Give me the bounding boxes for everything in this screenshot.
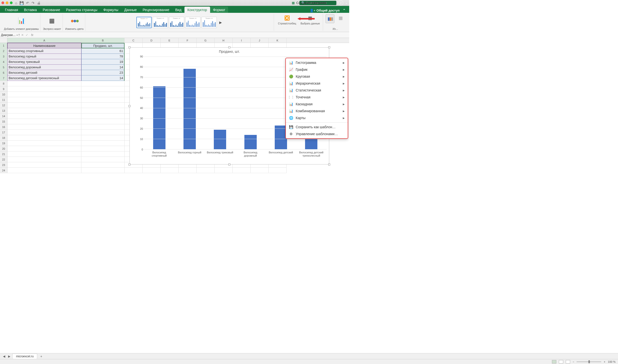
col-header[interactable]: F [179,38,197,43]
row-header[interactable]: 14 [0,113,7,119]
cell[interactable] [81,86,125,92]
fx-label[interactable]: fx [30,33,33,37]
resize-handle[interactable] [228,164,230,165]
cell[interactable] [143,168,161,173]
col-header[interactable]: E [161,38,179,43]
resize-handle[interactable] [128,105,130,107]
ribbon-group-add-element[interactable]: 📊 Добавить элемент диаграммы [2,14,40,31]
cell[interactable] [7,135,81,141]
cell[interactable] [7,162,81,168]
dropdown-item[interactable]: 📊Иерархическая▶ [286,80,348,87]
row-header[interactable]: 17 [0,130,7,135]
row-header[interactable]: 15 [0,119,7,124]
row-header[interactable]: 2 [0,48,7,54]
row-header[interactable]: 11 [0,97,7,103]
tab-формат[interactable]: Формат [210,7,228,13]
cell[interactable] [7,168,81,173]
tab-вставка[interactable]: Вставка [21,7,40,13]
data-cell[interactable]: Велосипед горный [7,54,81,59]
cell[interactable] [161,168,179,173]
name-box[interactable]: Диаграм…▲▼ [0,33,19,37]
chart-style-thumb[interactable]: Продано, шт. [136,17,152,28]
row-header[interactable]: 13 [0,108,7,113]
cell[interactable] [81,108,125,113]
chart-bar[interactable] [244,135,257,149]
data-cell[interactable]: 78 [81,54,125,59]
cell[interactable] [81,92,125,97]
cell[interactable] [81,157,125,162]
switch-row-column-button[interactable]: 🔀 Строка/столбец [276,14,297,25]
data-cell[interactable]: 61 [81,48,125,54]
chart-bar[interactable] [183,69,196,149]
change-chart-type-button[interactable]: ▮▮▮ [326,14,334,23]
cell[interactable] [7,146,81,151]
dropdown-item[interactable]: 🌐Карты▶ [286,114,348,121]
data-cell[interactable]: Наименование [7,43,81,48]
cancel-formula-icon[interactable]: ✕ [21,33,24,37]
resize-handle[interactable] [128,46,130,48]
row-header[interactable]: 21 [0,151,7,157]
ribbon-group-express-layout[interactable]: ▦ Экспресс-макет [41,14,63,31]
chart-title[interactable]: Продано, шт. [130,48,329,55]
resize-handle[interactable] [328,164,330,165]
data-cell[interactable]: Велосипед трековый [7,59,81,65]
row-header[interactable]: 4 [0,59,7,65]
row-header[interactable]: 7 [0,75,7,81]
cell[interactable] [7,157,81,162]
data-cell[interactable]: 14 [81,65,125,70]
row-header[interactable]: 16 [0,124,7,130]
cell[interactable] [179,168,197,173]
row-header[interactable]: 12 [0,103,7,108]
chart-bar[interactable] [214,130,226,149]
cell[interactable] [7,119,81,124]
tab-вид[interactable]: Вид [172,7,184,13]
home-icon[interactable]: ⌂ [15,1,17,5]
cell[interactable] [81,141,125,146]
col-header[interactable]: C [125,38,143,43]
chart-style-thumb[interactable]: Продано, шт. [201,17,217,28]
titlebar-chevron-icon[interactable]: ⌄ [345,1,348,5]
row-header[interactable]: 3 [0,54,7,59]
dropdown-item[interactable]: 💾Сохранить как шаблон… [286,124,348,130]
tab-рисование[interactable]: Рисование [40,7,63,13]
gallery-more-icon[interactable]: ▶ [218,20,223,24]
cell[interactable] [233,168,251,173]
cell[interactable] [251,168,269,173]
data-cell[interactable]: Велосипед спортивный [7,48,81,54]
cell[interactable] [81,151,125,157]
cell[interactable] [81,119,125,124]
col-header[interactable]: G [197,38,215,43]
cell[interactable] [81,124,125,130]
cell[interactable] [7,81,81,86]
resize-handle[interactable] [128,164,130,165]
redo-icon[interactable]: ↷ [32,1,35,5]
row-header[interactable]: 22 [0,157,7,162]
col-header[interactable]: B [81,38,125,43]
data-cell[interactable]: Велосипед детский [7,70,81,75]
cell[interactable] [81,168,125,173]
resize-handle[interactable] [228,46,230,48]
cell[interactable] [81,130,125,135]
accept-formula-icon[interactable]: ✓ [26,33,28,37]
data-cell[interactable]: Продано, шт. [81,43,125,48]
row-header[interactable]: 23 [0,162,7,168]
cell[interactable] [81,103,125,108]
worksheet-grid[interactable]: ABCDEFGHIJK 1234567891011121314151617181… [0,38,349,191]
minimize-window-icon[interactable] [6,1,8,4]
cell[interactable] [269,168,287,173]
tab-главная[interactable]: Главная [2,7,21,13]
data-cell[interactable]: Велосипед детский трехколесный [7,75,81,81]
data-cell[interactable]: 14 [81,75,125,81]
cell[interactable] [81,81,125,86]
move-chart-button[interactable]: ▦ [336,14,345,22]
row-header[interactable]: 10 [0,92,7,97]
cell[interactable] [215,168,233,173]
cell[interactable] [7,103,81,108]
cell[interactable] [7,141,81,146]
dropdown-item[interactable]: 📊Гистограмма▶ [286,59,348,66]
dropdown-item[interactable]: 📈График▶ [286,66,348,73]
dropdown-item[interactable]: ⋮⋮Точечная▶ [286,94,348,101]
tab-разметка страницы[interactable]: Разметка страницы [63,7,100,13]
cell[interactable] [125,168,143,173]
cell[interactable] [7,92,81,97]
